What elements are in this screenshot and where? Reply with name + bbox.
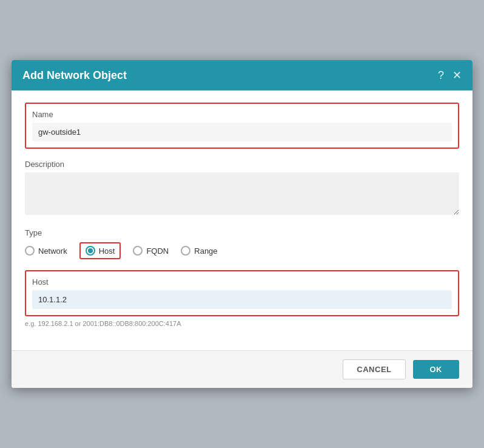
description-group: Description xyxy=(25,160,459,217)
host-group: Host xyxy=(25,270,459,316)
host-label: Host xyxy=(32,277,452,287)
host-hint: e.g. 192.168.2.1 or 2001:DB8::0DB8:800:2… xyxy=(25,320,459,327)
radio-label-network: Network xyxy=(38,246,67,256)
close-icon[interactable]: ✕ xyxy=(452,69,462,82)
name-label: Name xyxy=(32,110,452,119)
help-icon[interactable]: ? xyxy=(438,69,444,82)
type-options-row: Network Host FQDN Range xyxy=(25,242,459,259)
radio-range[interactable]: Range xyxy=(181,246,217,256)
dialog-overlay: Add Network Object ? ✕ Name Description … xyxy=(0,0,484,448)
dialog-body: Name Description Type Network xyxy=(12,90,472,350)
ok-button[interactable]: OK xyxy=(413,360,460,379)
radio-circle-range xyxy=(181,246,190,256)
radio-label-range: Range xyxy=(194,246,217,256)
cancel-button[interactable]: CANCEL xyxy=(343,359,405,379)
host-input[interactable] xyxy=(32,290,452,309)
radio-label-fqdn: FQDN xyxy=(146,246,169,256)
type-label: Type xyxy=(25,228,459,237)
dialog-header: Add Network Object ? ✕ xyxy=(12,60,472,90)
name-group: Name xyxy=(25,103,459,149)
type-group: Type Network Host FQDN xyxy=(25,228,459,259)
radio-host[interactable]: Host xyxy=(79,242,121,259)
radio-fqdn[interactable]: FQDN xyxy=(133,246,169,256)
dialog-header-actions: ? ✕ xyxy=(438,69,462,82)
radio-label-host: Host xyxy=(99,246,115,256)
description-input[interactable] xyxy=(25,172,459,215)
description-label: Description xyxy=(25,160,459,169)
radio-circle-host xyxy=(86,246,95,256)
radio-circle-network xyxy=(25,246,35,256)
dialog-footer: CANCEL OK xyxy=(12,350,472,388)
radio-network[interactable]: Network xyxy=(25,246,67,256)
radio-circle-fqdn xyxy=(133,246,143,256)
dialog-title: Add Network Object xyxy=(22,69,127,82)
add-network-object-dialog: Add Network Object ? ✕ Name Description … xyxy=(12,60,472,388)
name-input[interactable] xyxy=(32,123,452,141)
